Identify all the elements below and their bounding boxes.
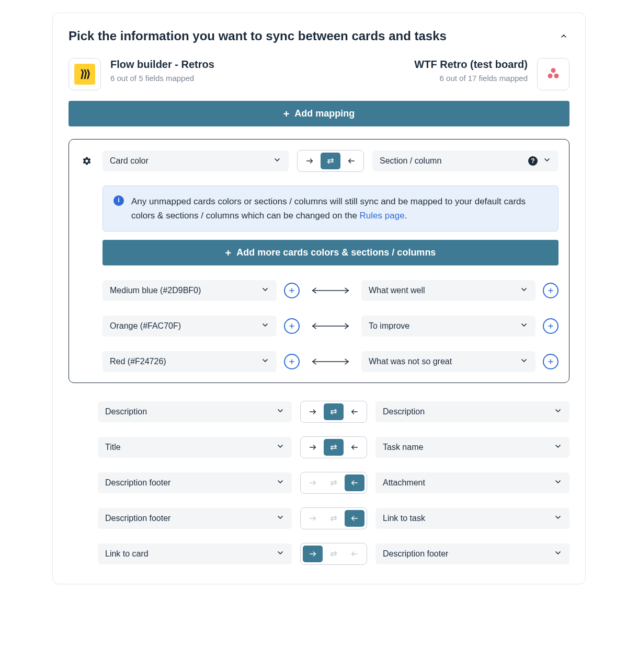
direction-to-right[interactable] [303,439,323,456]
direction-from-right[interactable] [345,510,364,527]
mapping-left-field[interactable]: Description footer [98,508,292,529]
direction-both[interactable] [324,510,344,527]
mapping-left-field[interactable]: Description footer [98,472,292,493]
field-mapping-row: Description Description [98,401,569,423]
direction-both[interactable] [324,546,344,562]
direction-to-right[interactable] [303,474,323,491]
direction-switch [300,543,367,565]
chevron-down-icon [261,356,269,367]
add-left-value[interactable] [284,318,300,334]
info-text: Any unmapped cards colors or sections / … [131,194,548,223]
direction-from-right[interactable] [345,474,364,491]
direction-both[interactable] [324,439,344,456]
chevron-down-icon [543,156,551,166]
panel-right-field[interactable]: Section / column ? [372,150,559,171]
chevron-down-icon [276,549,284,559]
add-more-colors-button[interactable]: + Add more cards colors & sections / col… [102,240,559,265]
add-mapping-label: Add mapping [294,108,355,119]
right-app-name: WTF Retro (test board) [414,58,528,71]
panel-left-field-label: Card color [110,156,149,166]
color-mapping-row: Medium blue (#2D9BF0)What went well [102,280,559,301]
svg-point-0 [551,68,556,73]
chevron-down-icon [554,442,562,453]
sync-config-card: Pick the information you want to sync be… [52,13,586,584]
direction-both[interactable] [324,474,344,491]
color-mapping-row: Orange (#FAC70F)To improve [102,316,559,337]
field-mapping-row: Description footer Link to task [98,507,569,529]
right-app: WTF Retro (test board) 6 out of 17 field… [414,58,569,90]
direction-switch [300,401,367,423]
direction-both[interactable] [321,153,340,169]
direction-both[interactable] [324,403,344,420]
color-right-field[interactable]: To improve [361,316,536,337]
chevron-down-icon [276,513,284,524]
mapping-left-field[interactable]: Title [98,437,292,458]
color-left-field[interactable]: Red (#F24726) [102,351,277,372]
direction-from-right[interactable] [341,153,361,169]
mapping-right-field[interactable]: Description footer [375,543,569,564]
direction-from-right[interactable] [345,546,364,562]
color-left-field[interactable]: Medium blue (#2D9BF0) [102,280,277,301]
color-left-field[interactable]: Orange (#FAC70F) [102,316,277,337]
add-right-value[interactable] [543,283,559,298]
direction-from-right[interactable] [345,403,364,420]
chevron-down-icon [520,285,528,296]
direction-to-right[interactable] [303,546,323,562]
add-right-value[interactable] [543,354,559,369]
svg-point-2 [554,74,559,78]
chevron-down-icon [554,513,562,524]
expanded-mapping-panel: Card color Section / column ? i Any unma… [69,139,569,383]
field-mapping-row: Link to card Description footer [98,543,569,565]
miro-icon [69,58,101,90]
add-right-value[interactable] [543,318,559,334]
svg-point-1 [548,74,553,78]
bidirectional-arrow-icon [307,322,354,330]
panel-right-field-label: Section / column [380,156,441,166]
field-mapping-row: Title Task name [98,436,569,458]
chevron-down-icon [520,321,528,331]
mapping-left-field[interactable]: Description [98,401,292,422]
chevron-down-icon [520,356,528,367]
chevron-down-icon [276,407,284,417]
direction-switch [300,472,367,494]
direction-to-right[interactable] [300,153,320,169]
color-right-field[interactable]: What was not so great [361,351,536,372]
gear-icon[interactable] [79,156,94,166]
panel-header: Card color Section / column ? [79,150,559,172]
right-app-meta: WTF Retro (test board) 6 out of 17 field… [414,58,528,83]
add-mapping-button[interactable]: + Add mapping [69,101,569,126]
plus-icon: + [225,248,232,258]
chevron-down-icon [554,407,562,417]
add-left-value[interactable] [284,283,300,298]
field-mapping-row: Description footer Attachment [98,472,569,494]
direction-to-right[interactable] [303,403,323,420]
panel-left-field[interactable]: Card color [102,150,289,171]
plus-icon: + [283,109,290,119]
direction-to-right[interactable] [303,510,323,527]
direction-from-right[interactable] [345,439,364,456]
bidirectional-arrow-icon [307,358,354,365]
mapping-right-field[interactable]: Task name [375,437,569,458]
rules-page-link[interactable]: Rules page [360,211,405,221]
chevron-down-icon [261,285,269,296]
asana-icon [537,58,569,90]
left-app-meta: Flow builder - Retros 6 out of 5 fields … [110,58,214,83]
help-icon[interactable]: ? [528,156,538,166]
color-mapping-rows: Medium blue (#2D9BF0)What went wellOrang… [79,280,559,372]
chevron-down-icon [276,478,284,488]
chevron-down-icon [261,321,269,331]
chevron-down-icon [554,478,562,488]
info-icon: i [113,195,124,206]
mapping-left-field[interactable]: Link to card [98,543,292,564]
direction-switch [300,507,367,529]
chevron-down-icon [273,156,281,166]
mapping-right-field[interactable]: Description [375,401,569,422]
add-left-value[interactable] [284,354,300,369]
field-mapping-rows: Description DescriptionTitle Task nameDe… [69,395,569,565]
mapping-right-field[interactable]: Link to task [375,508,569,529]
collapse-toggle[interactable] [558,30,569,42]
color-right-field[interactable]: What went well [361,280,536,301]
direction-switch [300,436,367,458]
mapping-right-field[interactable]: Attachment [375,472,569,493]
chevron-down-icon [276,442,284,453]
